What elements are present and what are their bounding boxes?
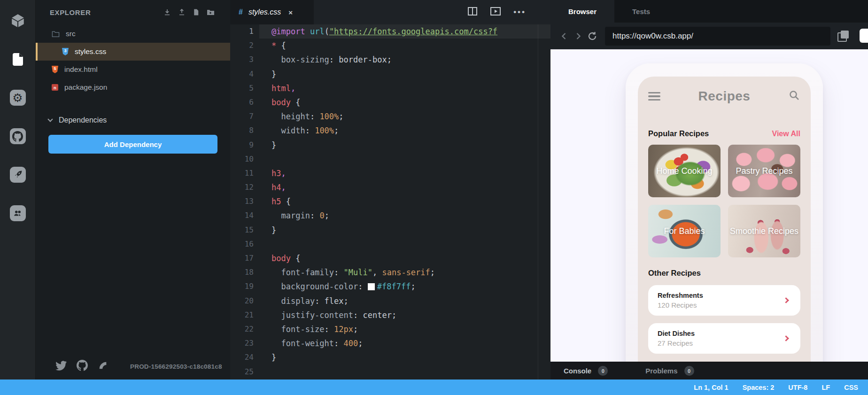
code-line[interactable]: 7height: 100%; [230, 109, 550, 124]
line-number: 11 [230, 166, 259, 180]
browser-panel: Browser Tests https://qow0w.csb.app/ [550, 0, 868, 380]
code-line[interactable]: 19background-color: #f8f7ff; [230, 279, 550, 294]
file-tree-item-styles-css[interactable]: 3styles.css [36, 43, 230, 61]
back-icon[interactable] [557, 29, 571, 43]
line-number: 3 [230, 53, 259, 67]
console-tab-console[interactable]: Console0 [564, 366, 608, 376]
code-text: * { [259, 39, 550, 53]
settings-icon[interactable]: ⚙ [9, 89, 26, 106]
files-icon[interactable] [9, 51, 26, 68]
code-line[interactable]: 21justify-content: center; [230, 308, 550, 322]
tab-browser[interactable]: Browser [550, 0, 614, 23]
status-css[interactable]: CSS [844, 384, 858, 391]
console-tab-problems[interactable]: Problems0 [645, 366, 694, 376]
code-line[interactable]: 3box-sizing: border-box; [230, 53, 550, 67]
add-dependency-button[interactable]: Add Dependency [48, 135, 217, 154]
status-ln-1-col-1[interactable]: Ln 1, Col 1 [694, 384, 728, 391]
file-name: src [66, 30, 76, 38]
recipe-card-soup[interactable]: For Babies [648, 205, 721, 257]
html-file-icon: 5 [52, 66, 58, 73]
split-view-icon[interactable] [467, 7, 478, 18]
code-line[interactable]: 14margin: 0; [230, 209, 550, 223]
preview-window-icon[interactable] [490, 7, 501, 18]
refresh-icon[interactable] [585, 29, 599, 43]
menu-icon[interactable] [648, 92, 660, 101]
code-line[interactable]: 25 [230, 365, 550, 379]
tab-styles-css[interactable]: # styles.css × [230, 0, 314, 24]
status-bar: Ln 1, Col 1Spaces: 2UTF-8LFCSS [0, 380, 868, 395]
code-line[interactable]: 16 [230, 237, 550, 251]
code-line[interactable]: 9} [230, 138, 550, 152]
list-item-title: Refreshments [658, 292, 784, 299]
dependencies-section-header[interactable]: Dependencies [36, 107, 230, 124]
code-text: body { [259, 95, 550, 109]
deploy-rocket-icon[interactable] [9, 166, 26, 183]
codesandbox-logo-icon[interactable] [9, 12, 26, 29]
code-line[interactable]: 15} [230, 223, 550, 237]
code-line[interactable]: 20display: flex; [230, 294, 550, 308]
line-number: 15 [230, 223, 259, 237]
github-icon[interactable] [9, 128, 26, 145]
new-folder-icon[interactable] [206, 8, 215, 16]
recipe-card-smoothie[interactable]: Smoothie Recipes [728, 205, 800, 257]
file-tree-item-index-html[interactable]: 5index.html [36, 61, 230, 78]
forward-icon[interactable] [571, 29, 585, 43]
github-footer-icon[interactable] [77, 360, 88, 373]
folder-file-icon [52, 31, 60, 38]
twitter-icon[interactable] [55, 360, 67, 373]
phone-mockup: Recipes Popular Recipes View All Home Co… [626, 63, 823, 362]
file-tree-item-package-json[interactable]: npackage.json [36, 78, 230, 96]
live-collaboration-icon[interactable] [9, 205, 26, 222]
search-icon[interactable] [788, 89, 800, 103]
browser-action-button[interactable] [860, 29, 868, 43]
code-line[interactable]: 1@import url("https://fonts.googleapis.c… [230, 24, 550, 39]
tab-tests[interactable]: Tests [614, 0, 668, 23]
close-icon[interactable]: × [288, 8, 293, 16]
list-item-diet-dishes[interactable]: Diet Dishes27 Recipes [648, 323, 800, 354]
status-lf[interactable]: LF [822, 384, 830, 391]
file-tree-item-src[interactable]: src [36, 25, 230, 43]
browser-nav-bar: https://qow0w.csb.app/ [550, 23, 868, 49]
view-all-link[interactable]: View All [772, 130, 800, 138]
code-line[interactable]: 13h5 { [230, 194, 550, 209]
code-line[interactable]: 6body { [230, 95, 550, 109]
url-input[interactable]: https://qow0w.csb.app/ [605, 27, 830, 46]
other-recipes-heading: Other Recipes [648, 269, 800, 278]
line-number: 6 [230, 95, 259, 109]
code-line[interactable]: 11h3, [230, 166, 550, 180]
recipe-card-salad[interactable]: Home Cooking [648, 145, 721, 197]
new-file-icon[interactable] [192, 8, 200, 16]
copy-url-icon[interactable] [837, 30, 849, 42]
code-text: box-sizing: border-box; [259, 53, 550, 67]
upload-sandbox-icon[interactable] [178, 8, 186, 16]
code-line[interactable]: 8width: 100%; [230, 124, 550, 138]
code-line[interactable]: 22font-size: 12px; [230, 322, 550, 336]
line-number: 5 [230, 81, 259, 95]
status-utf-8[interactable]: UTF-8 [788, 384, 807, 391]
status-spaces-2[interactable]: Spaces: 2 [743, 384, 775, 391]
recipe-card-cupcakes[interactable]: Pastry Recipes [728, 145, 800, 197]
code-line[interactable]: 17body { [230, 251, 550, 265]
list-item-count: 120 Recipes [658, 301, 784, 309]
code-line[interactable]: 2* { [230, 39, 550, 53]
code-line[interactable]: 4} [230, 67, 550, 81]
code-line[interactable]: 18font-family: "Muli", sans-serif; [230, 265, 550, 279]
code-line[interactable]: 24} [230, 350, 550, 364]
line-number: 17 [230, 251, 259, 265]
editor-scrollbar[interactable] [538, 24, 538, 380]
file-name: index.html [64, 65, 98, 74]
code-line[interactable]: 5html, [230, 81, 550, 95]
code-line[interactable]: 23font-weight: 400; [230, 336, 550, 350]
more-options-icon[interactable]: ••• [513, 8, 526, 17]
code-text: font-weight: 400; [259, 336, 550, 350]
code-line[interactable]: 10 [230, 152, 550, 166]
download-sandbox-icon[interactable] [163, 8, 171, 16]
code-editor[interactable]: 1@import url("https://fonts.googleapis.c… [230, 24, 550, 379]
list-item-refreshments[interactable]: Refreshments120 Recipes [648, 285, 800, 316]
code-line[interactable]: 12h4, [230, 180, 550, 194]
chevron-right-icon [783, 335, 789, 341]
recipe-card-label: For Babies [648, 205, 721, 257]
list-item-title: Diet Dishes [658, 330, 784, 337]
spectrum-icon[interactable] [98, 360, 108, 372]
line-number: 18 [230, 265, 259, 279]
